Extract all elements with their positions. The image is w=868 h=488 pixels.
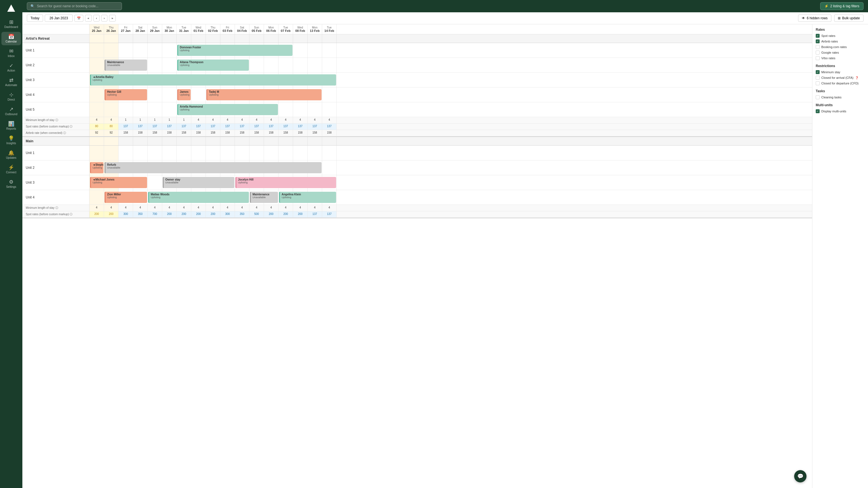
panel-item-rates-4[interactable]: Vrbo rates	[816, 56, 865, 60]
booking-block-1-1-1[interactable]: Refurb Unavailable	[104, 162, 321, 173]
unit-cell-1-0-6[interactable]	[177, 145, 191, 160]
unit-cell-0-0-2[interactable]	[119, 43, 133, 58]
booking-block-0-4-0[interactable]: Ariella Hammond Uplisting	[177, 104, 278, 115]
unit-cell-0-4-5[interactable]	[162, 102, 177, 117]
booking-block-0-0-0[interactable]: Donovan Foster Uplisting	[177, 45, 292, 56]
unit-cell-1-0-15[interactable]	[308, 145, 322, 160]
nav-prev-button[interactable]: ‹	[93, 15, 99, 22]
unit-cell-0-1-0[interactable]	[90, 58, 104, 72]
unit-cell-1-0-14[interactable]	[293, 145, 308, 160]
unit-cell-0-0-4[interactable]	[148, 43, 162, 58]
checkbox-rates-3[interactable]	[816, 51, 819, 55]
unit-cell-0-0-1[interactable]	[104, 43, 119, 58]
unit-cell-0-0-14[interactable]	[293, 43, 308, 58]
booking-block-0-3-0[interactable]: Hector Gill Uplisting	[104, 89, 147, 100]
booking-block-1-1-0[interactable]: ◄Stephen Uplisting	[90, 162, 103, 173]
unit-cell-0-4-14[interactable]	[293, 102, 308, 117]
checkbox-restrictions-1[interactable]	[816, 76, 819, 80]
unit-cell-1-0-4[interactable]	[148, 145, 162, 160]
search-box[interactable]: 🔍	[27, 2, 122, 10]
checkbox-tasks-0[interactable]	[816, 95, 819, 99]
checkbox-multi-units-0[interactable]: ✓	[816, 109, 819, 113]
sidebar-item-updates[interactable]: 🔔 Updates	[1, 148, 21, 162]
unit-cell-0-1-15[interactable]	[308, 58, 322, 72]
booking-block-0-1-0[interactable]: Maintenance Unavailable	[104, 60, 147, 71]
bulk-update-button[interactable]: ⊞ Bulk update	[834, 14, 864, 22]
sidebar-item-direct[interactable]: ⊹ Direct	[1, 90, 21, 103]
unit-cell-1-0-12[interactable]	[264, 145, 279, 160]
unit-cell-1-0-1[interactable]	[104, 145, 119, 160]
checkbox-rates-4[interactable]	[816, 56, 819, 60]
unit-cell-0-4-4[interactable]	[148, 102, 162, 117]
unit-cell-0-1-16[interactable]	[322, 58, 337, 72]
filter-button[interactable]: ⚡ 2 listing & tag filters	[820, 2, 864, 10]
checkbox-restrictions-2[interactable]	[816, 82, 819, 85]
sidebar-item-outbound[interactable]: ↗ Outbound	[1, 104, 21, 118]
unit-cell-1-0-7[interactable]	[191, 145, 206, 160]
sidebar-item-calendar[interactable]: 📅 Calendar	[1, 32, 21, 45]
search-input[interactable]	[37, 4, 118, 8]
booking-block-0-3-1[interactable]: James Uplisting	[177, 89, 191, 100]
unit-cell-1-0-5[interactable]	[162, 145, 177, 160]
unit-cell-1-0-8[interactable]	[206, 145, 220, 160]
unit-cell-1-3-0[interactable]	[90, 190, 104, 204]
unit-cell-1-1-16[interactable]	[322, 160, 337, 175]
unit-cell-0-1-11[interactable]	[249, 58, 264, 72]
info-icon-restrictions-1[interactable]: ❓	[855, 76, 859, 79]
unit-cell-1-0-9[interactable]	[220, 145, 235, 160]
today-button[interactable]: Today	[27, 14, 43, 22]
unit-cell-1-0-13[interactable]	[279, 145, 293, 160]
unit-cell-0-4-13[interactable]	[279, 102, 293, 117]
calendar-icon-button[interactable]: 📅	[74, 15, 83, 22]
booking-block-1-2-2[interactable]: Jocelyn Hill Uplisting	[236, 177, 336, 188]
unit-cell-0-3-7[interactable]	[191, 88, 206, 102]
nav-first-button[interactable]: «	[85, 15, 92, 22]
unit-cell-0-1-4[interactable]	[148, 58, 162, 72]
booking-block-0-1-1[interactable]: Aitana Thompson Uplisting	[177, 60, 249, 71]
booking-block-1-3-2[interactable]: Maintenance Unavailable	[250, 192, 278, 203]
sidebar-item-settings[interactable]: ⚙ Settings	[1, 177, 21, 191]
unit-cell-0-0-3[interactable]	[133, 43, 148, 58]
sidebar-item-reports[interactable]: 📊 Reports	[1, 119, 21, 132]
chat-button[interactable]: 💬	[794, 470, 806, 482]
unit-cell-0-4-3[interactable]	[133, 102, 148, 117]
sidebar-item-automate[interactable]: ⇄ Automate	[1, 75, 21, 89]
nav-next-button[interactable]: ›	[101, 15, 107, 22]
app-logo[interactable]	[6, 3, 17, 14]
unit-cell-0-4-0[interactable]	[90, 102, 104, 117]
sidebar-item-action[interactable]: ✓ Action	[1, 61, 21, 74]
panel-item-tasks-0[interactable]: Cleaning tasks	[816, 95, 865, 99]
panel-item-rates-3[interactable]: Google rates	[816, 51, 865, 55]
unit-cell-0-0-5[interactable]	[162, 43, 177, 58]
unit-cell-0-1-12[interactable]	[264, 58, 279, 72]
unit-cell-1-0-16[interactable]	[322, 145, 337, 160]
unit-cell-0-4-16[interactable]	[322, 102, 337, 117]
booking-block-1-2-1[interactable]: Owner stay Unavailable	[163, 177, 234, 188]
unit-cell-0-3-4[interactable]	[148, 88, 162, 102]
unit-cell-1-0-0[interactable]	[90, 145, 104, 160]
checkbox-rates-2[interactable]	[816, 45, 819, 49]
booking-block-1-3-1[interactable]: Matias Woods Uplisting	[148, 192, 249, 203]
unit-cell-0-3-0[interactable]	[90, 88, 104, 102]
unit-cell-0-1-13[interactable]	[279, 58, 293, 72]
booking-block-0-3-2[interactable]: Tadej M Uplisting	[206, 89, 321, 100]
unit-cell-0-4-15[interactable]	[308, 102, 322, 117]
booking-block-1-2-0[interactable]: ◄Michael Jones Uplisting	[90, 177, 147, 188]
unit-cell-1-2-4[interactable]	[148, 175, 162, 190]
panel-item-rates-1[interactable]: ✓Airbnb rates	[816, 39, 865, 43]
unit-cell-0-1-14[interactable]	[293, 58, 308, 72]
panel-item-restrictions-2[interactable]: Closed for departure (CFD)	[816, 82, 865, 85]
panel-item-rates-2[interactable]: Booking.com rates	[816, 45, 865, 49]
nav-last-button[interactable]: »	[109, 15, 116, 22]
unit-cell-1-0-3[interactable]	[133, 145, 148, 160]
sidebar-item-connect[interactable]: ⚡ Connect	[1, 163, 21, 176]
panel-item-rates-0[interactable]: ✓Spot rates	[816, 34, 865, 38]
booking-block-1-3-0[interactable]: Zion Miller Uplisting	[104, 192, 147, 203]
unit-cell-0-3-5[interactable]	[162, 88, 177, 102]
unit-cell-0-3-16[interactable]	[322, 88, 337, 102]
checkbox-restrictions-0[interactable]: ✓	[816, 70, 819, 74]
checkbox-rates-1[interactable]: ✓	[816, 39, 819, 43]
unit-cell-1-0-10[interactable]	[235, 145, 249, 160]
unit-cell-0-1-5[interactable]	[162, 58, 177, 72]
booking-block-1-3-3[interactable]: Angelina Klein Uplisting	[279, 192, 336, 203]
